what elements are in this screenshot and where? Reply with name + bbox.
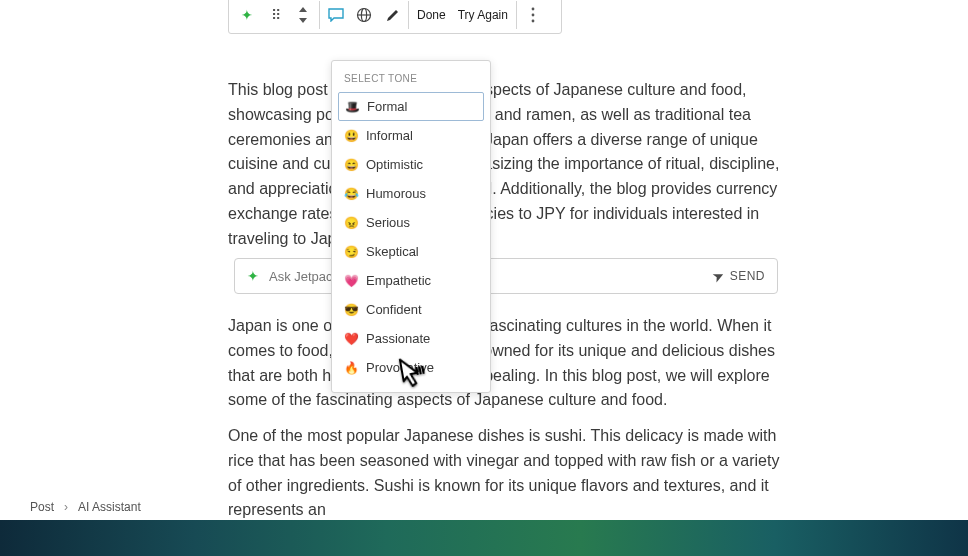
tone-label: Passionate (366, 331, 430, 346)
footer-gradient (0, 520, 968, 556)
tone-label: Empathetic (366, 273, 431, 288)
breadcrumb-current: AI Assistant (78, 500, 141, 514)
tone-dropdown-title: SELECT TONE (332, 67, 490, 92)
tone-dropdown: SELECT TONE 🎩 Formal 😃 Informal 😄 Optimi… (331, 60, 491, 393)
laugh-icon: 😂 (344, 187, 358, 201)
tone-option-confident[interactable]: 😎 Confident (332, 295, 490, 324)
move-arrows-icon[interactable] (289, 1, 317, 29)
ask-ai-bar[interactable]: ✦ Ask Jetpack AI ➤ SEND (234, 258, 778, 294)
angry-icon: 😠 (344, 216, 358, 230)
toolbar-separator (516, 1, 517, 29)
done-button[interactable]: Done (411, 1, 452, 29)
grin-icon: 😄 (344, 158, 358, 172)
intro-paragraph: This blog post explores the unique aspec… (228, 78, 784, 252)
globe-icon[interactable] (350, 1, 378, 29)
body-paragraph-2: One of the most popular Japanese dishes … (228, 424, 784, 523)
try-again-button[interactable]: Try Again (452, 1, 514, 29)
tone-option-skeptical[interactable]: 😏 Skeptical (332, 237, 490, 266)
tone-label: Informal (366, 128, 413, 143)
sunglasses-icon: 😎 (344, 303, 358, 317)
tone-label: Serious (366, 215, 410, 230)
heart-icon: ❤️ (344, 332, 358, 346)
toolbar-separator (319, 1, 320, 29)
body-paragraph-1: Japan is one of the oldest and most fasc… (228, 314, 784, 413)
tone-option-serious[interactable]: 😠 Serious (332, 208, 490, 237)
fire-icon: 🔥 (344, 361, 358, 375)
chevron-right-icon: › (64, 500, 68, 514)
smile-icon: 😃 (344, 129, 358, 143)
tone-option-provocative[interactable]: 🔥 Provocative (332, 353, 490, 382)
tone-label: Optimistic (366, 157, 423, 172)
breadcrumb: Post › AI Assistant (30, 500, 141, 514)
more-options-icon[interactable] (519, 1, 547, 29)
drag-handle-icon[interactable]: ⠿ (261, 1, 289, 29)
tophat-icon: 🎩 (345, 100, 359, 114)
svg-point-4 (532, 14, 535, 17)
pencil-icon[interactable] (378, 1, 406, 29)
tone-option-formal[interactable]: 🎩 Formal (338, 92, 484, 121)
heartpulse-icon: 💗 (344, 274, 358, 288)
toolbar-separator (408, 1, 409, 29)
ai-sparkle-icon: ✦ (247, 268, 259, 284)
send-button[interactable]: SEND (730, 269, 765, 283)
tone-option-empathetic[interactable]: 💗 Empathetic (332, 266, 490, 295)
tone-option-humorous[interactable]: 😂 Humorous (332, 179, 490, 208)
tone-label: Confident (366, 302, 422, 317)
breadcrumb-root[interactable]: Post (30, 500, 54, 514)
tone-option-informal[interactable]: 😃 Informal (332, 121, 490, 150)
svg-point-3 (532, 8, 535, 11)
svg-point-5 (532, 20, 535, 23)
tone-label: Skeptical (366, 244, 419, 259)
tone-option-passionate[interactable]: ❤️ Passionate (332, 324, 490, 353)
tone-label: Formal (367, 99, 407, 114)
tone-label: Provocative (366, 360, 434, 375)
tone-label: Humorous (366, 186, 426, 201)
smirk-icon: 😏 (344, 245, 358, 259)
block-toolbar: ✦ ⠿ Done Try Again (228, 0, 562, 34)
tone-option-optimistic[interactable]: 😄 Optimistic (332, 150, 490, 179)
ai-sparkle-icon[interactable]: ✦ (233, 1, 261, 29)
chat-icon[interactable] (322, 1, 350, 29)
